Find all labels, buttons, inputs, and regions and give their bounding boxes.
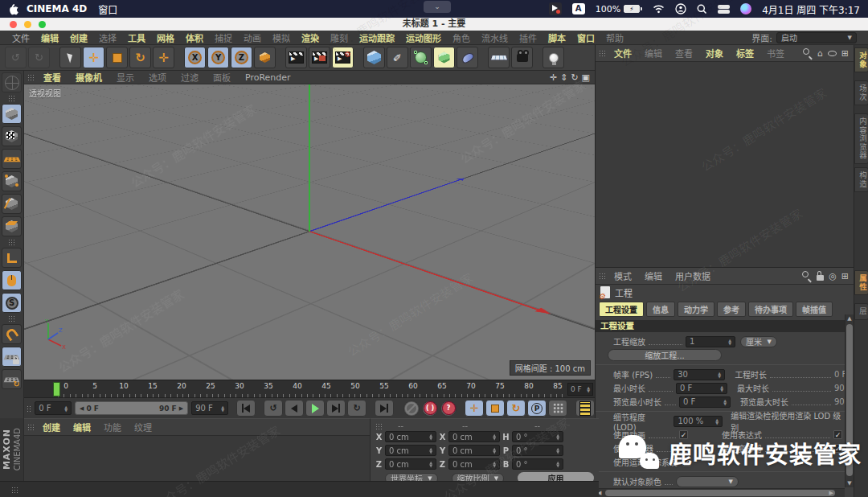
viewport-pan-icon[interactable]: ✛ (550, 72, 557, 83)
polygons-mode-button[interactable] (2, 216, 22, 236)
tab-structure[interactable]: 构造 (854, 167, 868, 192)
viewport-canvas[interactable]: 透视视图 网格间距 : 100 cm Y X Z (24, 84, 595, 380)
attributes-horizontal-scrollbar[interactable]: ◀▶ (596, 488, 845, 497)
mat-menu-create[interactable]: 创建 (37, 421, 66, 433)
render-settings-button[interactable]: ▶⚙ (332, 47, 354, 68)
add-cube-button[interactable] (363, 47, 385, 68)
use-deformers-checkbox[interactable]: ✓ (833, 444, 842, 453)
use-animation-checkbox[interactable]: ✓ (679, 430, 688, 439)
viewport-menu-display[interactable]: 显示 (110, 71, 141, 84)
tab-takes[interactable]: 场次 (854, 80, 868, 105)
end-frame-field[interactable]: 90 F▲▼ (191, 401, 228, 415)
default-object-color-dropdown[interactable]: ▼ (676, 476, 739, 487)
coord-grip[interactable] (375, 423, 383, 429)
workplane-mode-button[interactable] (2, 149, 22, 169)
subdivision-surface-button[interactable] (410, 47, 432, 68)
mat-menu-function[interactable]: 功能 (98, 421, 127, 433)
size-y-field[interactable]: 0 cm▲▼ (448, 445, 500, 456)
timeline-playhead[interactable] (53, 382, 60, 396)
attr-menu-userdata[interactable]: 用户数据 (669, 269, 716, 282)
menu-tools[interactable]: 工具 (122, 31, 151, 44)
y-axis[interactable] (309, 84, 310, 232)
om-menu-objects[interactable]: 对象 (700, 47, 729, 60)
menu-simulate[interactable]: 模拟 (267, 31, 296, 44)
menu-pipeline[interactable]: 流水线 (476, 31, 514, 44)
attr-target-icon[interactable]: ◎ (829, 271, 837, 281)
motion-clip-button[interactable] (575, 400, 595, 417)
viewport-solo-button[interactable] (2, 270, 22, 290)
tab-dynamics[interactable]: 动力学 (678, 302, 714, 317)
rotate-tool[interactable]: ↻ (129, 47, 151, 68)
interface-dropdown[interactable]: 启动▼ (776, 32, 857, 43)
tab-info[interactable]: 信息 (646, 302, 675, 317)
menu-motion-tracker[interactable]: 运动跟踪 (354, 31, 400, 44)
play-backwards-button[interactable]: ↺ (264, 400, 283, 417)
spotlight-icon[interactable] (697, 4, 707, 14)
record-disabled-button[interactable] (403, 400, 420, 417)
render-to-picture-viewer-button[interactable]: ▶ (309, 47, 330, 68)
section-project-settings[interactable]: 工程设置 (596, 320, 854, 332)
render-view-button[interactable]: ▶ (285, 47, 307, 68)
move-tool[interactable]: ✛ (83, 47, 104, 68)
display-switcher-icon[interactable] (718, 5, 730, 14)
size-x-field[interactable]: 0 cm▲▼ (448, 431, 500, 442)
input-method-icon[interactable]: A (572, 3, 585, 14)
viewport-menu-prorender[interactable]: ProRender (239, 72, 297, 83)
material-grip[interactable] (27, 424, 35, 430)
timeline-frame-field[interactable]: 0 F▲▼ (567, 383, 593, 396)
points-mode-button[interactable] (2, 171, 22, 191)
edges-mode-button[interactable] (2, 194, 22, 214)
menu-mograph[interactable]: 运动图形 (400, 31, 447, 44)
x-axis[interactable] (308, 231, 550, 314)
object-list-empty[interactable] (596, 62, 854, 267)
camera-object-button[interactable] (511, 47, 533, 68)
live-selection-tool[interactable] (59, 47, 81, 68)
menubar-chevron-button[interactable]: ⌄ (424, 1, 451, 13)
pos-x-field[interactable]: 0 cm▲▼ (385, 431, 436, 442)
lock-x-axis-button[interactable]: X (184, 47, 206, 68)
mat-menu-edit[interactable]: 编辑 (68, 421, 96, 433)
z-axis[interactable] (309, 179, 465, 232)
next-frame-button[interactable] (326, 400, 346, 417)
use-motion-tracking-checkbox[interactable]: ✓ (682, 458, 691, 466)
pos-z-field[interactable]: 0 cm▲▼ (385, 458, 436, 470)
attr-lock-icon[interactable] (817, 275, 824, 281)
bottom-grip[interactable] (11, 487, 19, 493)
play-forwards-button[interactable] (305, 400, 325, 417)
autokey-button[interactable]: ( ) (422, 400, 438, 417)
menu-render[interactable]: 渲染 (296, 31, 325, 44)
zoom-window-button[interactable] (39, 21, 46, 28)
object-manager-grip[interactable] (599, 50, 607, 56)
attrs-grip[interactable] (599, 273, 607, 279)
key-position-toggle[interactable]: ✛ (465, 400, 484, 417)
menu-snap[interactable]: 捕捉 (209, 31, 238, 44)
wifi-icon[interactable] (653, 4, 665, 14)
model-mode-button[interactable] (2, 104, 22, 124)
convert-object-button[interactable] (2, 72, 22, 92)
control-center-user-icon[interactable] (675, 3, 686, 14)
key-pla-toggle[interactable] (548, 400, 567, 417)
menu-script[interactable]: 脚本 (542, 31, 571, 44)
menubar-datetime[interactable]: 4月1日 周四 下午3:17 (762, 2, 860, 16)
transport-grip[interactable] (27, 405, 32, 412)
viewport-toggle-icon[interactable]: ▣ (582, 72, 590, 83)
recorder-app-icon[interactable] (549, 2, 562, 15)
viewport-menu-grip[interactable] (27, 74, 35, 80)
rot-p-field[interactable]: 0 °▲▼ (512, 445, 563, 456)
window-titlebar[interactable]: 未标题 1 - 主要 (0, 18, 868, 31)
use-expressions-checkbox[interactable]: ✓ (833, 430, 842, 439)
menu-animate[interactable]: 动画 (238, 31, 267, 44)
rot-b-field[interactable]: 0 °▲▼ (512, 458, 563, 470)
tab-todo[interactable]: 待办事项 (748, 302, 793, 317)
tab-project-settings[interactable]: 工程设置 (599, 302, 644, 317)
close-window-button[interactable] (10, 21, 17, 28)
coordinate-system-button[interactable] (254, 47, 276, 68)
keyframe-selection-button[interactable]: ? (440, 400, 457, 417)
viewport-menu-options[interactable]: 选项 (142, 71, 173, 84)
viewport-menu-camera[interactable]: 摄像机 (69, 71, 108, 84)
lock-workplane-button[interactable] (2, 347, 22, 367)
om-home-icon[interactable]: ⌂ (817, 48, 823, 59)
attributes-vertical-scrollbar[interactable]: ▲▼ (845, 314, 854, 487)
menu-edit[interactable]: 编辑 (35, 31, 64, 44)
light-object-button[interactable] (542, 47, 564, 68)
